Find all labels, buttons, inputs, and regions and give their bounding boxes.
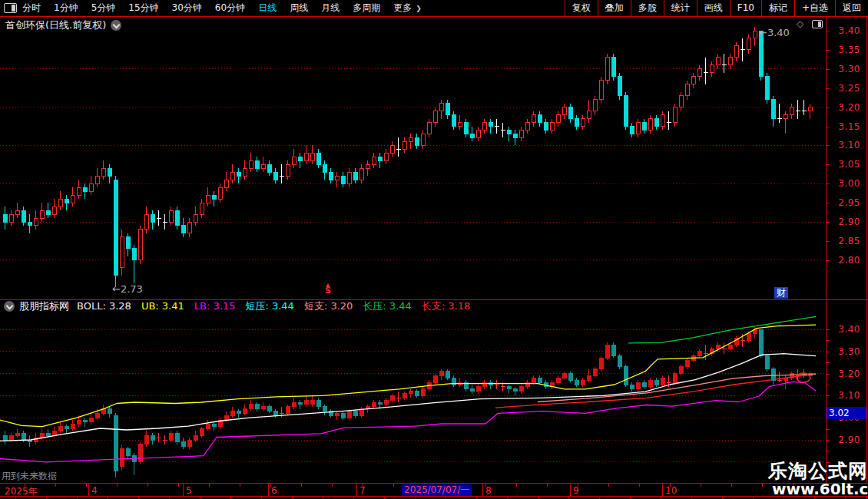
axis-tick [826, 451, 830, 451]
indicator-value-UB: UB: 3.41 [141, 300, 184, 312]
week-tick [147, 484, 148, 487]
candlesticks [3, 27, 812, 287]
price-label: 2.90 [828, 435, 860, 445]
week-tick [701, 484, 701, 487]
axis-tick [826, 260, 830, 261]
month-label-5: 5 [186, 485, 192, 496]
month-label-9: 9 [573, 485, 579, 496]
right-border [866, 17, 867, 499]
indicator-value-短压: 短压: 3.44 [245, 300, 293, 312]
price-label: 3.40 [828, 25, 860, 36]
week-tick [393, 484, 394, 487]
week-tick [301, 484, 302, 487]
axis-tick [826, 69, 830, 70]
indicator-value-LB: LB: 3.15 [194, 300, 236, 312]
indicator-dropdown-icon[interactable] [4, 301, 15, 312]
menu-item-多周期[interactable]: 多周期 [353, 2, 380, 15]
menu-item-多股[interactable]: 多股 [631, 0, 664, 17]
app-window: 分时1分钟5分钟15分钟30分钟60分钟日线周线月线多周期更多❯ 复权叠加多股统… [0, 0, 868, 499]
title-dropdown-icon[interactable] [111, 20, 121, 31]
month-label-8: 8 [485, 485, 492, 496]
menu-item-60分钟[interactable]: 60分钟 [215, 2, 245, 15]
panel-toggle-icon[interactable] [812, 20, 823, 28]
menu-item-5分钟[interactable]: 5分钟 [91, 2, 116, 15]
week-tick [117, 484, 118, 487]
week-tick [485, 484, 486, 487]
axis-tick [826, 31, 830, 31]
axis-tick [826, 340, 830, 341]
axis-tick [826, 107, 830, 108]
price-label: 3.25 [828, 83, 860, 94]
week-tick [547, 484, 548, 487]
finance-badge[interactable]: 财 [774, 287, 788, 299]
main-candlestick-chart[interactable] [0, 17, 826, 299]
low-annotation: ←2.73 [112, 283, 143, 295]
price-label: 3.00 [828, 178, 860, 189]
axis-tick [826, 385, 830, 385]
axis-line [826, 17, 827, 497]
month-boundary-tick [482, 484, 483, 496]
month-boundary-tick [356, 484, 357, 496]
diamond-icon[interactable]: ◇ [797, 18, 803, 29]
price-label: 2.90 [828, 216, 860, 227]
boll-mid-line [0, 354, 816, 441]
menu-item-分时[interactable]: 分时 [22, 2, 41, 15]
axis-tick [826, 362, 830, 363]
date-axis: 2025年456789102025/07/07/一 [0, 483, 868, 497]
price-label: 3.30 [828, 346, 860, 357]
indicator-legend: BOLL: 3.28UB: 3.41LB: 3.15短压: 3.44短支: 3.… [77, 299, 480, 313]
menu-item-统计[interactable]: 统计 [664, 0, 697, 17]
indicator-value-长压: 长压: 3.44 [363, 300, 411, 312]
window-panel-icon[interactable] [4, 3, 17, 13]
week-tick [762, 484, 763, 487]
axis-tick [826, 127, 830, 127]
indicator-value-BOLL: BOLL: 3.28 [77, 300, 131, 312]
menu-item-叠加[interactable]: 叠加 [598, 0, 631, 17]
menu-item-30分钟[interactable]: 30分钟 [172, 2, 202, 15]
menu-left: 分时1分钟5分钟15分钟30分钟60分钟日线周线月线多周期更多❯ [22, 2, 428, 15]
axis-tick [826, 50, 830, 51]
month-boundary-tick [88, 484, 89, 496]
menu-item-返回[interactable]: 返回 [835, 0, 868, 17]
month-label-4: 4 [91, 485, 98, 496]
menu-item-复权[interactable]: 复权 [565, 0, 598, 17]
menu-item-更多[interactable]: 更多 [393, 2, 412, 15]
week-tick [86, 484, 87, 487]
indicator-sub-chart[interactable] [0, 311, 826, 483]
price-label: 3.10 [828, 140, 860, 150]
sell-signal-marker: S [323, 283, 333, 295]
indicator-value-短支: 短支: 3.20 [304, 300, 353, 312]
price-label: 3.20 [828, 368, 860, 379]
week-tick [608, 484, 609, 487]
menu-item-标记[interactable]: 标记 [761, 0, 794, 17]
menu-item-月线[interactable]: 月线 [321, 2, 340, 15]
week-tick [516, 484, 517, 487]
more-arrow-icon[interactable]: ❯ [416, 5, 422, 12]
axis-tick [826, 183, 830, 184]
menu-item-画线[interactable]: 画线 [697, 0, 730, 17]
watermark-url: www.60lt.com [772, 480, 868, 498]
menu-item-1分钟[interactable]: 1分钟 [54, 2, 78, 15]
menu-item-15分钟[interactable]: 15分钟 [128, 2, 158, 15]
week-tick [731, 484, 732, 487]
price-label: 2.80 [828, 255, 860, 266]
boll-upper-line [0, 325, 816, 427]
price-label: 3.05 [828, 159, 860, 170]
long-support-line [495, 374, 816, 408]
week-tick [578, 484, 578, 487]
long-pressure-line [628, 316, 816, 343]
month-boundary-tick [183, 484, 184, 496]
price-label: 3.20 [828, 102, 860, 113]
price-label: 3.15 [828, 121, 860, 132]
title-row: 首创环保(日线.前复权) [5, 18, 121, 32]
status-text: 用到未来数据 [2, 470, 57, 483]
menu-item-+自选[interactable]: +自选 [794, 0, 835, 17]
menu-item-周线[interactable]: 周线 [290, 2, 308, 15]
indicator-header: 股朋指标网 BOLL: 3.28UB: 3.41LB: 3.15短压: 3.44… [4, 300, 480, 312]
price-label: 3.35 [828, 45, 860, 55]
candlesticks [3, 327, 812, 478]
menu-item-日线[interactable]: 日线 [258, 2, 277, 15]
month-boundary-tick [268, 484, 269, 496]
price-label: 3.30 [828, 64, 860, 74]
menu-item-F10[interactable]: F10 [730, 0, 761, 17]
